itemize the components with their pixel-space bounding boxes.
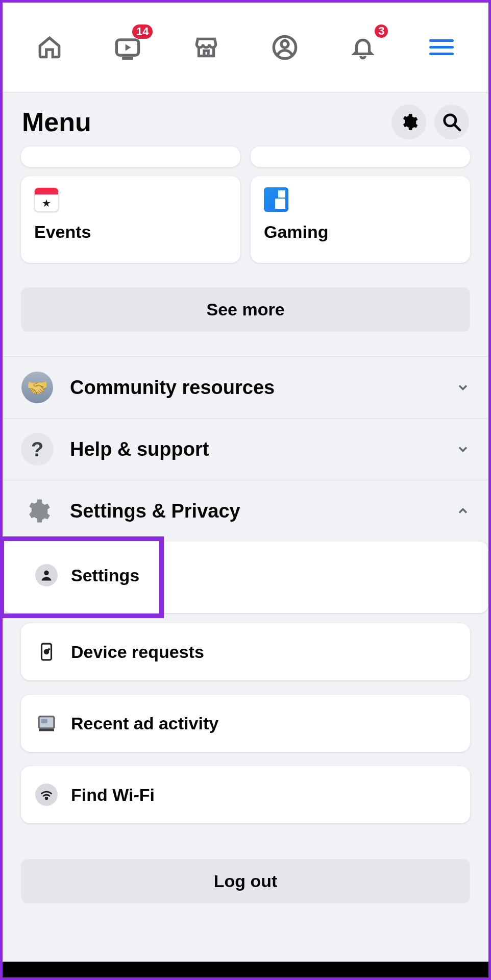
shortcut-card-clipped-right[interactable] — [251, 146, 470, 167]
chevron-up-icon — [456, 504, 470, 518]
submenu-device-requests[interactable]: Device requests — [21, 623, 470, 680]
page-title: Menu — [22, 107, 91, 137]
submenu-label: Find Wi-Fi — [71, 785, 155, 805]
submenu-label: Device requests — [71, 642, 204, 662]
top-navigation-bar: 14 3 — [3, 3, 488, 92]
svg-point-8 — [44, 650, 48, 653]
watch-badge: 14 — [132, 24, 153, 39]
home-tab[interactable] — [32, 30, 67, 65]
header-settings-button[interactable] — [391, 105, 426, 139]
device-icon — [35, 641, 58, 663]
profile-icon — [272, 34, 298, 61]
bottom-black-bar — [0, 962, 491, 980]
hamburger-icon — [429, 39, 454, 55]
community-icon — [21, 372, 53, 403]
section-help-support[interactable]: ? Help & support — [3, 418, 488, 480]
menu-tab[interactable] — [424, 30, 459, 65]
marketplace-icon — [193, 35, 219, 60]
section-settings-privacy[interactable]: Settings & Privacy — [3, 480, 488, 542]
shortcut-label: Gaming — [264, 222, 457, 242]
profile-tab[interactable] — [267, 30, 303, 65]
svg-point-3 — [281, 40, 288, 47]
home-icon — [37, 35, 62, 60]
chevron-down-icon — [456, 380, 470, 395]
svg-line-5 — [454, 125, 460, 130]
submenu-settings[interactable]: Settings — [21, 542, 470, 609]
submenu-find-wifi[interactable]: Find Wi-Fi — [21, 766, 470, 823]
section-title: Community resources — [70, 377, 439, 399]
section-community-resources[interactable]: Community resources — [3, 356, 488, 418]
shortcut-gaming[interactable]: Gaming — [251, 176, 470, 263]
wifi-icon — [35, 783, 58, 806]
chevron-down-icon — [456, 442, 470, 456]
see-more-button[interactable]: See more — [21, 287, 470, 332]
svg-point-6 — [44, 571, 48, 575]
notifications-badge: 3 — [375, 24, 388, 38]
help-icon: ? — [21, 433, 54, 465]
svg-line-9 — [48, 649, 50, 650]
submenu-label: Settings — [71, 566, 139, 585]
gaming-icon — [264, 187, 288, 212]
watch-tab[interactable]: 14 — [110, 30, 145, 65]
svg-point-13 — [45, 797, 47, 799]
submenu-recent-ad-activity[interactable]: Recent ad activity — [21, 695, 470, 752]
submenu-label: Recent ad activity — [71, 714, 218, 733]
svg-rect-11 — [41, 719, 47, 723]
header-actions — [391, 105, 469, 139]
events-icon — [34, 187, 59, 212]
content-area: Menu — [3, 92, 488, 962]
section-title: Help & support — [70, 438, 439, 460]
marketplace-tab[interactable] — [188, 30, 224, 65]
section-title: Settings & Privacy — [70, 500, 439, 522]
bell-icon — [350, 35, 376, 60]
log-out-button[interactable]: Log out — [21, 859, 470, 903]
notifications-tab[interactable]: 3 — [345, 30, 381, 65]
shortcut-label: Events — [34, 222, 227, 242]
menu-header: Menu — [3, 92, 488, 150]
shortcut-card-clipped-left[interactable] — [21, 146, 240, 167]
settings-privacy-icon — [21, 495, 54, 527]
ad-icon — [35, 712, 58, 734]
shortcut-events[interactable]: Events — [21, 176, 240, 263]
settings-person-icon — [35, 564, 58, 586]
header-search-button[interactable] — [434, 105, 469, 139]
search-icon — [442, 112, 461, 132]
gear-icon — [399, 112, 419, 132]
